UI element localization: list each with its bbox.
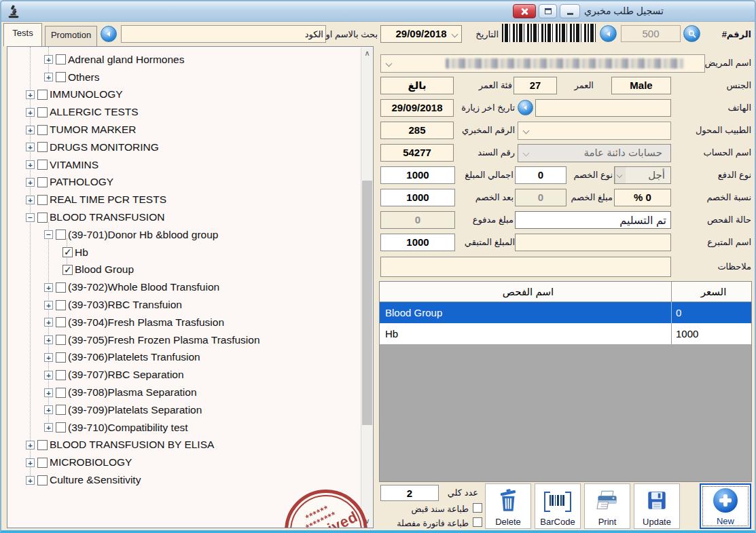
total-count-field[interactable]: 2: [380, 485, 439, 501]
remaining-amount-field[interactable]: 1000: [380, 234, 455, 251]
tree-checkbox[interactable]: [56, 405, 66, 415]
scrollbar-thumb[interactable]: [362, 181, 372, 425]
tree-item[interactable]: +(39-709)Platelats Separation: [7, 401, 361, 419]
tree-item[interactable]: +(39-705)Fresh Frozen Plasma Trasfusion: [7, 331, 361, 349]
price-header[interactable]: السعر: [671, 282, 751, 301]
expand-icon[interactable]: +: [44, 353, 53, 362]
record-search-button[interactable]: [683, 25, 700, 42]
tree-checkbox[interactable]: [37, 475, 48, 485]
barcode-button[interactable]: BarCode: [535, 483, 581, 529]
title-bar[interactable]: تسجيل طلب مخبري: [1, 1, 755, 22]
total-amount-field[interactable]: 1000: [380, 166, 455, 184]
expand-icon[interactable]: +: [44, 423, 53, 432]
tree-checkbox[interactable]: [56, 54, 66, 65]
tree-checkbox[interactable]: [56, 352, 66, 363]
expand-icon[interactable]: +: [26, 441, 35, 449]
tree-item[interactable]: +DRUGS MONITORING: [7, 139, 361, 156]
tree-item[interactable]: +(39-704)Fresh Plasma Trasfusion: [7, 314, 361, 331]
tree-scrollbar[interactable]: ∧ ∨: [361, 48, 372, 527]
discount-percent-field[interactable]: % 0: [614, 189, 671, 206]
tree-item[interactable]: +(39-706)Platelets Tranfusion: [7, 349, 361, 367]
search-prev-button[interactable]: [101, 26, 117, 42]
test-row[interactable]: Hb1000: [380, 323, 751, 344]
restore-button[interactable]: [539, 4, 557, 18]
payment-type-combo[interactable]: أجل: [614, 166, 671, 184]
phone-field[interactable]: [535, 99, 671, 117]
tree-item[interactable]: +(39-707)RBC Separation: [7, 366, 361, 384]
tree-checkbox[interactable]: [56, 282, 66, 293]
tree-checkbox[interactable]: [62, 247, 73, 257]
tree-item[interactable]: −BLOOD TRANSFUSION: [7, 208, 361, 226]
tree-checkbox[interactable]: [37, 142, 48, 152]
donor-name-field[interactable]: [515, 234, 671, 251]
tree-checkbox[interactable]: [56, 300, 66, 310]
tree-item[interactable]: +(39-708)Plasma Separation: [7, 384, 361, 401]
discount-type-field[interactable]: 0: [515, 166, 566, 184]
age-field[interactable]: 27: [514, 77, 557, 94]
tree-item[interactable]: Blood Group: [7, 261, 361, 279]
tree-item[interactable]: +REAL TIME PCR TESTS: [7, 191, 361, 208]
print-receipt-checkbox[interactable]: [473, 503, 482, 513]
tree-checkbox[interactable]: [37, 195, 48, 205]
tree-item[interactable]: +TUMOR MARKER: [7, 121, 361, 139]
grid-header[interactable]: اسم الفحص السعر: [380, 282, 751, 302]
expand-icon[interactable]: +: [26, 108, 35, 117]
paid-amount-field[interactable]: 0: [380, 211, 455, 229]
expand-icon[interactable]: +: [44, 388, 53, 397]
tree-checkbox[interactable]: [37, 177, 48, 187]
expand-icon[interactable]: +: [44, 371, 53, 380]
delete-button[interactable]: Delete: [485, 483, 531, 529]
update-button[interactable]: Update: [634, 483, 680, 529]
tree-checkbox[interactable]: [37, 213, 48, 223]
tree-item[interactable]: +(39-702)Whole Blood Transfuion: [7, 278, 361, 296]
tree-checkbox[interactable]: [37, 125, 48, 135]
search-combo[interactable]: [121, 25, 326, 43]
after-discount-field[interactable]: 1000: [380, 189, 455, 206]
expand-icon[interactable]: +: [26, 458, 35, 467]
lab-number-field[interactable]: 285: [380, 122, 454, 139]
tree-checkbox[interactable]: [56, 229, 66, 240]
tab-promotion[interactable]: Promotion: [45, 26, 97, 46]
tree-checkbox[interactable]: [56, 370, 66, 380]
tree-checkbox[interactable]: [62, 265, 73, 275]
expand-icon[interactable]: +: [26, 196, 35, 204]
tree-checkbox[interactable]: [56, 388, 66, 398]
tree-item[interactable]: +ALLERGIC TESTS: [7, 103, 361, 121]
expand-icon[interactable]: +: [44, 301, 53, 310]
gender-field[interactable]: Male: [611, 77, 671, 94]
tree-checkbox[interactable]: [56, 335, 66, 345]
tree-item[interactable]: +MICROBIOLOGY: [7, 454, 361, 471]
tree-item[interactable]: +IMMUNOLOGY: [7, 86, 361, 104]
expand-icon[interactable]: +: [26, 126, 35, 134]
expand-icon[interactable]: +: [44, 335, 53, 344]
record-prev-button[interactable]: [600, 25, 617, 42]
expand-icon[interactable]: +: [44, 405, 53, 414]
doctor-combo[interactable]: [518, 122, 671, 140]
expand-icon[interactable]: +: [26, 178, 35, 187]
tree-item[interactable]: +(39-703)RBC Transfuion: [7, 296, 361, 314]
test-row[interactable]: Blood Group0: [380, 302, 751, 323]
last-visit-field[interactable]: 29/09/2018: [380, 99, 454, 117]
print-invoice-checkbox[interactable]: [473, 517, 482, 527]
tree-item[interactable]: −(39-701)Donor Hb &blood group: [7, 226, 361, 244]
expand-icon[interactable]: +: [44, 73, 53, 81]
tree-checkbox[interactable]: [56, 72, 66, 82]
expand-icon[interactable]: +: [26, 90, 35, 99]
minimize-button[interactable]: [560, 4, 580, 18]
voucher-number-field[interactable]: 54277: [380, 144, 454, 162]
expand-icon[interactable]: +: [26, 143, 35, 151]
collapse-icon[interactable]: −: [44, 230, 53, 239]
collapse-icon[interactable]: −: [26, 213, 35, 222]
new-button[interactable]: New: [700, 483, 751, 529]
tree-item[interactable]: +Adrenal gland Hormones: [7, 51, 361, 69]
test-name-header[interactable]: اسم الفحص: [380, 282, 671, 301]
record-number-input[interactable]: 500: [621, 25, 681, 42]
tree-checkbox[interactable]: [56, 317, 66, 327]
expand-icon[interactable]: +: [44, 283, 53, 292]
date-picker[interactable]: 29/09/2018: [380, 25, 462, 43]
close-button[interactable]: [513, 4, 536, 18]
tab-tests[interactable]: Tests: [3, 23, 42, 46]
tree-item[interactable]: +Culture &Sensitivity: [7, 471, 361, 489]
expand-icon[interactable]: +: [26, 476, 35, 485]
tree-item[interactable]: +Others: [7, 69, 361, 86]
